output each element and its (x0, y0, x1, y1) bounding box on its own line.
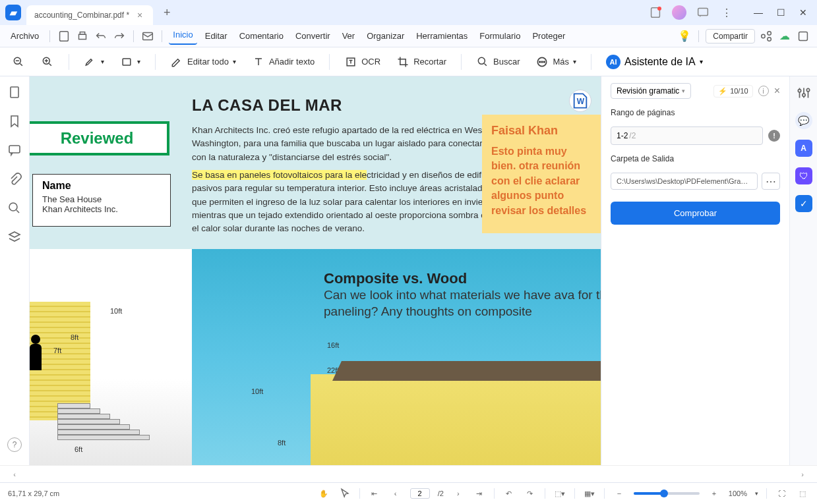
ai-chat-icon[interactable]: 💬 (795, 112, 812, 129)
share-button[interactable]: Compartir (706, 29, 755, 43)
document-canvas[interactable]: Reviewed Name The Sea House Khan Archite… (30, 76, 601, 465)
info-icon[interactable]: i (758, 86, 769, 96)
highlighted-text: Se basa en paneles fotovoltaicos para la… (192, 170, 367, 180)
grammar-check-icon[interactable]: ✓ (795, 195, 812, 212)
last-page-icon[interactable]: ⇥ (473, 487, 486, 500)
document-tab[interactable]: accounting_Combinar.pdf * × (26, 5, 153, 25)
save-icon[interactable] (57, 29, 71, 43)
attachments-icon[interactable] (7, 171, 22, 187)
kebab-menu-icon[interactable]: ⋮ (719, 5, 734, 20)
fullscreen-icon[interactable]: ⬚ (796, 487, 809, 500)
tab-organizar[interactable]: Organizar (363, 28, 408, 43)
user-avatar[interactable] (672, 5, 686, 20)
highlight-button[interactable]: ▾ (78, 53, 109, 71)
svg-rect-9 (799, 32, 808, 40)
add-text-button[interactable]: Añadir texto (247, 53, 320, 71)
zoom-slider[interactable] (634, 492, 700, 495)
next-page-icon[interactable]: › (452, 487, 465, 500)
name-line1: The Sea House (42, 194, 161, 204)
scroll-right-icon[interactable]: › (796, 470, 809, 478)
svg-point-6 (762, 34, 766, 38)
zoom-level: 100% (729, 490, 747, 497)
edit-all-button[interactable]: Editar todo▾ (165, 53, 241, 71)
first-page-icon[interactable]: ⇤ (368, 487, 381, 500)
word-export-icon[interactable]: W (569, 90, 591, 112)
prev-page-icon[interactable]: ‹ (389, 487, 402, 500)
properties-icon[interactable] (795, 84, 812, 101)
dim-8ft-b: 8ft (278, 439, 286, 447)
minimize-button[interactable]: ― (750, 4, 767, 21)
search-button[interactable]: Buscar (471, 53, 525, 71)
output-folder-path[interactable]: C:\Users\ws\Desktop\PDFelement\Gramm (611, 173, 758, 190)
hand-tool-icon[interactable]: ✋ (317, 487, 330, 500)
close-window-button[interactable]: ✕ (795, 4, 812, 21)
menu-file[interactable]: Archivo (7, 28, 43, 43)
warning-icon[interactable]: ! (768, 130, 780, 142)
zoom-in-button[interactable] (36, 53, 59, 71)
protect-icon[interactable]: 🛡 (795, 167, 812, 184)
shape-button[interactable]: ▾ (115, 53, 146, 71)
tab-formulario[interactable]: Formulario (475, 28, 524, 43)
name-line2: Khan Architects Inc. (42, 204, 161, 214)
browse-folder-button[interactable]: ⋯ (762, 173, 780, 190)
svg-point-23 (798, 90, 801, 92)
comments-icon[interactable] (7, 142, 22, 158)
new-tab-button[interactable]: + (160, 6, 175, 20)
elevation-drawing: 10ft 8ft 7ft 6ft (30, 249, 192, 465)
search-panel-icon[interactable] (7, 200, 22, 216)
bookmark-icon[interactable] (7, 113, 22, 129)
read-mode-icon[interactable]: ⛶ (775, 487, 788, 500)
scroll-left-icon[interactable]: ‹ (8, 470, 21, 478)
zoom-out-button[interactable] (7, 53, 30, 71)
tab-ver[interactable]: Ver (338, 28, 359, 43)
rotate-left-icon[interactable]: ↶ (502, 487, 516, 500)
layers-icon[interactable] (7, 229, 22, 245)
thumbnails-icon[interactable] (7, 84, 22, 100)
zoom-thumb[interactable] (660, 490, 668, 497)
page-number-input[interactable] (410, 488, 430, 499)
crop-button[interactable]: Recortar (391, 53, 452, 71)
rotate-right-icon[interactable]: ↷ (524, 487, 537, 500)
tab-comentario[interactable]: Comentario (235, 28, 287, 43)
tab-convertir[interactable]: Convertir (291, 28, 334, 43)
zoom-in-footer-icon[interactable]: + (708, 487, 721, 500)
paragraph-2: Se basa en paneles fotovoltaicos para la… (192, 169, 508, 235)
reviewed-stamp: Reviewed (30, 121, 169, 155)
mail-icon[interactable] (140, 29, 155, 43)
ai-assistant-button[interactable]: AIAsistente de IA▾ (601, 52, 708, 72)
tab-editar[interactable]: Editar (201, 28, 231, 43)
redo-icon[interactable] (112, 29, 127, 43)
svg-point-8 (768, 37, 772, 41)
maximize-button[interactable]: ☐ (772, 4, 789, 21)
link-icon[interactable] (759, 29, 773, 43)
close-tab-icon[interactable]: × (135, 10, 145, 20)
sticky-note[interactable]: Faisal Khan Esto pinta muy bien. otra re… (482, 115, 601, 233)
svg-point-16 (539, 61, 541, 63)
tab-herramientas[interactable]: Herramientas (412, 28, 471, 43)
translate-icon[interactable]: A (795, 140, 812, 157)
fit-width-icon[interactable]: ⬚▾ (553, 487, 566, 500)
task-dropdown[interactable]: Revisión gramatic▾ (611, 83, 691, 99)
pencil-icon (170, 55, 183, 69)
view-mode-icon[interactable]: ▦▾ (583, 487, 596, 500)
page-total: /2 (438, 490, 444, 497)
help-icon[interactable]: ? (7, 437, 22, 452)
notification-icon[interactable] (648, 5, 663, 20)
tab-inicio[interactable]: Inicio (169, 27, 197, 45)
check-button[interactable]: Comprobar (611, 202, 780, 225)
feedback-icon[interactable] (696, 5, 710, 20)
grid-icon[interactable] (796, 29, 810, 43)
zoom-out-footer-icon[interactable]: − (613, 487, 626, 500)
undo-icon[interactable] (94, 29, 108, 43)
more-button[interactable]: Más▾ (530, 53, 582, 71)
tab-proteger[interactable]: Proteger (528, 28, 569, 43)
close-panel-icon[interactable]: × (774, 85, 780, 97)
select-tool-icon[interactable] (338, 487, 351, 500)
cloud-icon[interactable]: ☁ (777, 29, 792, 43)
highlighter-icon (84, 55, 97, 69)
ocr-button[interactable]: OCR (339, 53, 386, 71)
bulb-icon[interactable]: 💡 (677, 29, 692, 43)
print-icon[interactable] (75, 29, 90, 43)
svg-rect-1 (698, 9, 708, 16)
page-range-input[interactable]: 1-2/2 (611, 126, 763, 145)
